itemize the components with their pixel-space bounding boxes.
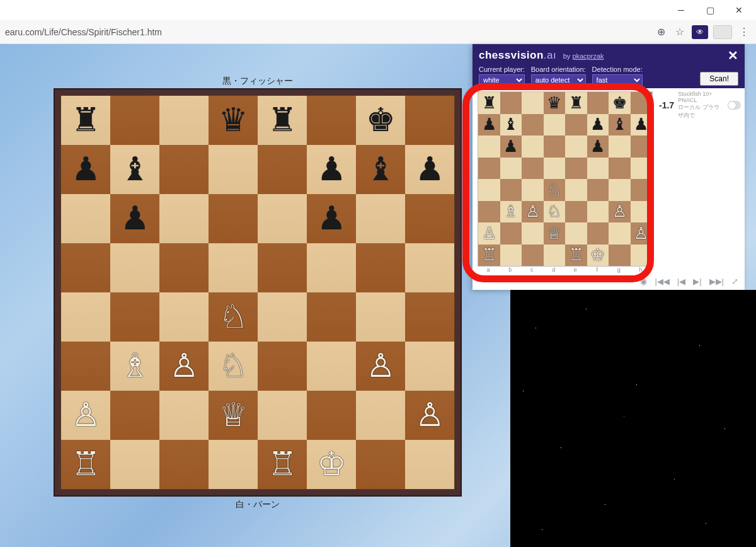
board-square[interactable]: ♖ — [565, 245, 587, 267]
board-square[interactable] — [631, 201, 653, 223]
board-square: ♙ — [356, 342, 405, 391]
board-square[interactable] — [609, 158, 631, 180]
board-square[interactable] — [544, 135, 566, 158]
board-square[interactable] — [565, 222, 587, 245]
board-square[interactable] — [587, 158, 609, 180]
board-square[interactable] — [609, 135, 631, 158]
board-square — [307, 96, 356, 145]
file-label: e — [564, 267, 587, 273]
first-move-button[interactable]: |◀◀ — [655, 277, 669, 286]
browser-menu-icon[interactable]: ⋮ — [737, 25, 751, 39]
extension-close-button[interactable]: ✕ — [728, 48, 738, 63]
board-square[interactable] — [631, 158, 653, 180]
board-square — [356, 194, 405, 243]
board-square[interactable] — [478, 179, 500, 201]
board-square[interactable]: ♟ — [587, 114, 609, 136]
detection-mode-select[interactable]: fast — [592, 74, 643, 86]
board-square[interactable] — [500, 92, 522, 114]
board-square[interactable] — [609, 179, 631, 201]
chess-piece: ♝ — [612, 115, 627, 134]
board-square[interactable] — [565, 135, 587, 158]
board-square[interactable] — [500, 245, 522, 267]
next-move-button[interactable]: ▶| — [693, 277, 701, 286]
board-square[interactable] — [522, 158, 544, 180]
board-square[interactable]: ♟ — [500, 135, 522, 158]
board-square[interactable] — [565, 179, 587, 201]
url-display[interactable]: earu.com/Life/Chess/Spirit/Fischer1.htm — [5, 27, 649, 37]
board-square[interactable]: ♛ — [544, 92, 566, 114]
chess-piece: ♟ — [317, 202, 346, 235]
board-square[interactable] — [478, 201, 500, 223]
board-square[interactable] — [587, 201, 609, 223]
board-square[interactable] — [522, 179, 544, 201]
board-square[interactable] — [565, 114, 587, 136]
window-minimize-button[interactable]: ─ — [667, 0, 696, 20]
board-square[interactable]: ♝ — [500, 114, 522, 136]
scan-button[interactable]: Scan! — [700, 72, 738, 86]
board-square[interactable] — [522, 222, 544, 245]
author-link[interactable]: pkacprzak — [572, 52, 604, 60]
board-square[interactable]: ♙ — [631, 222, 653, 245]
zoom-icon[interactable]: ⊕ — [654, 25, 668, 39]
board-square[interactable] — [478, 158, 500, 180]
board-square[interactable]: ♜ — [565, 92, 587, 114]
board-square[interactable] — [631, 245, 653, 267]
board-square[interactable] — [609, 245, 631, 267]
window-maximize-button[interactable]: ▢ — [696, 0, 724, 20]
board-square[interactable] — [609, 222, 631, 245]
board-square[interactable]: ♗ — [500, 201, 522, 223]
chess-piece: ♖ — [71, 448, 101, 481]
board-square[interactable]: ♜ — [478, 92, 500, 114]
board-square[interactable] — [544, 245, 566, 267]
board-square — [307, 292, 356, 342]
prev-move-button[interactable]: |◀ — [677, 277, 685, 286]
board-square[interactable] — [631, 135, 653, 158]
board-square[interactable]: ♟ — [587, 135, 609, 158]
bookmark-star-icon[interactable]: ☆ — [673, 25, 687, 39]
board-square[interactable]: ♝ — [609, 114, 631, 136]
board-orientation-select[interactable]: auto detect — [531, 74, 586, 86]
board-square[interactable]: ♙ — [609, 201, 631, 223]
extension-placeholder[interactable] — [713, 25, 732, 39]
chess-piece: ♙ — [366, 350, 396, 383]
board-square: ♜ — [61, 96, 110, 145]
board-square[interactable] — [587, 222, 609, 245]
board-square[interactable]: ♖ — [478, 245, 500, 267]
board-square[interactable] — [587, 92, 609, 114]
disc-icon[interactable]: ◉ — [640, 277, 647, 286]
board-square[interactable] — [522, 245, 544, 267]
board-square[interactable] — [565, 201, 587, 223]
board-square — [258, 391, 307, 440]
board-square[interactable] — [522, 135, 544, 158]
board-square[interactable]: ♙ — [522, 201, 544, 223]
board-square[interactable] — [544, 114, 566, 136]
expand-icon[interactable]: ⤢ — [731, 277, 738, 286]
window-titlebar: ─ ▢ ✕ — [0, 0, 756, 20]
board-square[interactable] — [587, 179, 609, 201]
board-square[interactable] — [500, 158, 522, 180]
window-close-button[interactable]: ✕ — [724, 0, 753, 20]
board-square[interactable]: ♘ — [544, 201, 566, 223]
board-square[interactable] — [478, 135, 500, 158]
board-square[interactable] — [565, 158, 587, 180]
board-square[interactable]: ♘ — [544, 179, 566, 201]
board-square[interactable]: ♙ — [478, 222, 500, 245]
board-square[interactable]: ♟ — [478, 114, 500, 136]
chessvision-extension-icon[interactable]: 👁 — [692, 25, 708, 39]
board-square[interactable] — [500, 179, 522, 201]
engine-toggle[interactable] — [728, 101, 741, 110]
board-square[interactable] — [500, 222, 522, 245]
board-square[interactable]: ♚ — [609, 92, 631, 114]
board-square[interactable] — [631, 179, 653, 201]
board-square[interactable]: ♕ — [544, 222, 566, 245]
chess-piece: ♘ — [547, 180, 561, 200]
board-square[interactable]: ♔ — [587, 245, 609, 267]
board-square[interactable] — [631, 92, 653, 114]
board-square — [110, 96, 159, 145]
board-square[interactable]: ♟ — [631, 114, 653, 136]
board-square[interactable] — [522, 114, 544, 136]
current-player-select[interactable]: white — [479, 74, 525, 86]
board-square[interactable] — [544, 158, 566, 180]
board-square[interactable] — [522, 92, 544, 114]
last-move-button[interactable]: ▶▶| — [709, 277, 724, 286]
